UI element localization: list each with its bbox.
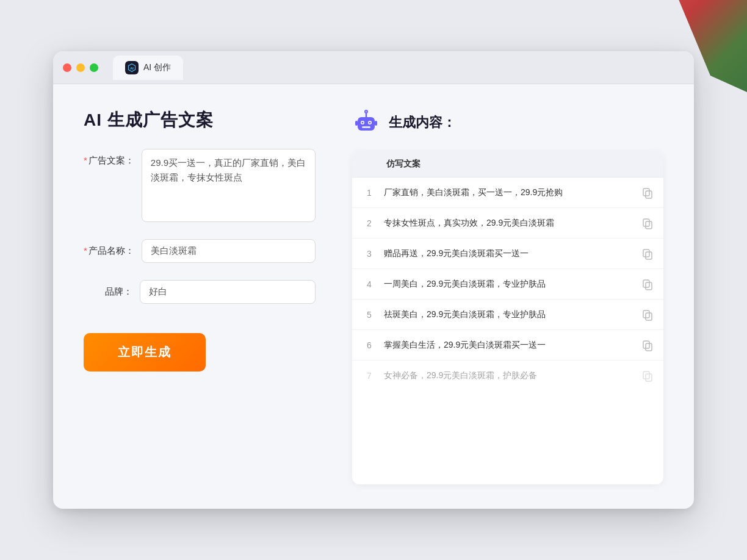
svg-rect-13 (646, 191, 652, 198)
svg-rect-2 (358, 117, 375, 131)
table-row: 5祛斑美白，29.9元美白淡斑霜，专业护肤品 (352, 300, 663, 330)
svg-rect-19 (646, 282, 652, 290)
ad-copy-row: *广告文案： (84, 149, 316, 222)
svg-rect-23 (646, 343, 652, 351)
row-number: 1 (362, 188, 377, 198)
table-row: 7女神必备，29.9元美白淡斑霜，护肤必备 (352, 361, 663, 390)
minimize-button[interactable] (76, 63, 85, 72)
svg-point-8 (369, 122, 371, 124)
brand-input[interactable] (140, 280, 316, 304)
table-row: 6掌握美白生活，29.9元美白淡斑霜买一送一 (352, 330, 663, 361)
row-text: 一周美白，29.9元美白淡斑霜，专业护肤品 (384, 278, 634, 290)
svg-rect-22 (643, 311, 649, 318)
browser-content: AI 生成广告文案 *广告文案： *产品名称： (53, 84, 694, 509)
svg-rect-24 (643, 341, 649, 348)
browser-tab[interactable]: AI AI 创作 (113, 56, 183, 80)
brand-row: 品牌： (84, 280, 316, 304)
product-name-label: *产品名称： (84, 239, 134, 257)
row-text: 女神必备，29.9元美白淡斑霜，护肤必备 (384, 369, 634, 382)
svg-rect-14 (643, 188, 649, 196)
copy-icon[interactable] (641, 217, 654, 229)
required-star-2: * (84, 245, 87, 256)
row-text: 厂家直销，美白淡斑霜，买一送一，29.9元抢购 (384, 186, 634, 199)
product-name-row: *产品名称： (84, 239, 316, 263)
svg-rect-10 (355, 121, 358, 126)
table-row: 1厂家直销，美白淡斑霜，买一送一，29.9元抢购 (352, 178, 663, 208)
row-text: 祛斑美白，29.9元美白淡斑霜，专业护肤品 (384, 308, 634, 321)
row-text: 专抹女性斑点，真实功效，29.9元美白淡斑霜 (384, 217, 634, 229)
robot-icon (352, 109, 380, 137)
table-header: 仿写文案 (352, 151, 663, 178)
generate-button[interactable]: 立即生成 (84, 333, 206, 372)
copy-icon[interactable] (641, 278, 654, 290)
copy-icon[interactable] (641, 309, 654, 321)
product-name-input[interactable] (142, 239, 316, 263)
copy-icon[interactable] (641, 339, 654, 351)
table-row: 2专抹女性斑点，真实功效，29.9元美白淡斑霜 (352, 208, 663, 239)
row-number: 7 (362, 371, 377, 381)
svg-text:AI: AI (130, 66, 134, 70)
product-name-group: *产品名称： (84, 239, 316, 263)
tab-title: AI 创作 (143, 62, 171, 73)
svg-point-12 (366, 111, 367, 113)
svg-rect-26 (643, 372, 649, 379)
svg-rect-9 (362, 126, 370, 128)
copy-icon[interactable] (641, 370, 654, 382)
close-button[interactable] (63, 63, 71, 72)
row-number: 3 (362, 249, 377, 259)
result-rows: 1厂家直销，美白淡斑霜，买一送一，29.9元抢购 2专抹女性斑点，真实功效，29… (352, 178, 663, 390)
page-title: AI 生成广告文案 (84, 109, 316, 132)
right-panel: 生成内容： 仿写文案 1厂家直销，美白淡斑霜，买一送一，29.9元抢购 2专抹女… (352, 109, 663, 484)
browser-chrome: AI AI 创作 (53, 51, 694, 84)
svg-point-7 (362, 122, 364, 124)
ad-copy-group: *广告文案： (84, 149, 316, 222)
svg-rect-18 (643, 249, 649, 257)
table-row: 4一周美白，29.9元美白淡斑霜，专业护肤品 (352, 269, 663, 300)
svg-rect-20 (643, 280, 649, 287)
table-row: 3赠品再送，29.9元美白淡斑霜买一送一 (352, 239, 663, 269)
row-number: 6 (362, 340, 377, 350)
tab-icon: AI (125, 61, 139, 74)
copy-icon[interactable] (641, 248, 654, 260)
brand-label: 品牌： (84, 280, 132, 298)
svg-rect-21 (646, 313, 652, 320)
result-table: 仿写文案 1厂家直销，美白淡斑霜，买一送一，29.9元抢购 2专抹女性斑点，真实… (352, 151, 663, 484)
svg-rect-11 (375, 121, 377, 126)
left-panel: AI 生成广告文案 *广告文案： *产品名称： (84, 109, 316, 484)
svg-rect-25 (646, 374, 652, 381)
ad-copy-input[interactable] (142, 149, 316, 222)
row-number: 5 (362, 310, 377, 320)
row-text: 赠品再送，29.9元美白淡斑霜买一送一 (384, 247, 634, 260)
brand-group: 品牌： (84, 280, 316, 304)
copy-icon[interactable] (641, 187, 654, 199)
traffic-lights (63, 63, 98, 72)
svg-rect-17 (646, 252, 652, 259)
row-text: 掌握美白生活，29.9元美白淡斑霜买一送一 (384, 339, 634, 351)
required-star: * (84, 155, 87, 165)
svg-rect-16 (643, 219, 649, 226)
result-title: 生成内容： (389, 113, 456, 132)
row-number: 2 (362, 218, 377, 228)
row-number: 4 (362, 279, 377, 289)
ad-copy-label: *广告文案： (84, 149, 134, 167)
svg-rect-15 (646, 221, 652, 229)
result-header: 生成内容： (352, 109, 663, 137)
browser-window: AI AI 创作 AI 生成广告文案 *广告文案： (53, 51, 694, 509)
maximize-button[interactable] (90, 63, 98, 72)
